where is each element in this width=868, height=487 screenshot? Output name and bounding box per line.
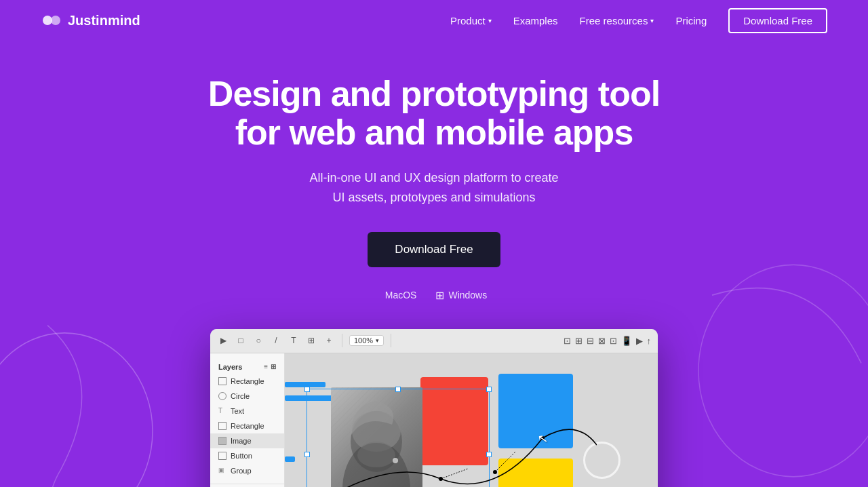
distribute-icon[interactable]: ⊞ <box>575 336 583 346</box>
rect-icon <box>218 377 226 385</box>
nav-examples[interactable]: Examples <box>513 15 558 26</box>
svg-point-12 <box>493 470 497 474</box>
rect-tool[interactable]: □ <box>235 334 247 347</box>
nav-product[interactable]: Product ▾ <box>450 15 492 26</box>
align-icon[interactable]: ⊡ <box>564 336 571 346</box>
layer-group[interactable]: ▣ Group <box>210 463 284 478</box>
layers-menu-icon[interactable]: ≡ <box>264 363 268 370</box>
hero-download-button[interactable]: Download Free <box>368 232 500 267</box>
platform-badges: MacOS ⊞ Windows <box>14 289 854 302</box>
svg-point-3 <box>51 16 60 25</box>
align4-icon[interactable]: ⊡ <box>610 336 617 346</box>
toolbar-right-icons: ⊡ ⊞ ⊟ ⊠ ⊡ 📱 ▶ ↑ <box>564 336 652 346</box>
chevron-down-icon-2: ▾ <box>650 17 654 24</box>
toolbar-separator-2 <box>391 334 391 347</box>
select-tool[interactable]: ▶ <box>217 334 229 347</box>
align3-icon[interactable]: ⊠ <box>598 336 606 346</box>
group-icon: ▣ <box>218 467 226 475</box>
hero-section: Design and prototyping tool for web and … <box>0 41 868 322</box>
circle-tool[interactable]: ○ <box>252 334 264 347</box>
svg-point-2 <box>43 16 52 25</box>
svg-point-10 <box>393 458 398 463</box>
preview-icon[interactable]: 📱 <box>621 336 632 346</box>
sidebar-divider <box>210 484 284 484</box>
navbar: Justinmind Product ▾ Examples Free resou… <box>0 0 868 41</box>
button-icon <box>218 452 226 460</box>
logo-icon <box>41 9 62 31</box>
layers-sidebar: Layers ≡ ⊞ Rectangle Circle T Text <box>210 353 285 487</box>
logo-link[interactable]: Justinmind <box>41 9 140 31</box>
hero-title: Design and prototyping tool for web and … <box>14 75 854 152</box>
image-icon <box>218 437 226 445</box>
blue-bar-1 <box>285 382 326 387</box>
app-preview: ▶ □ ○ / T ⊞ + 100% ▾ ⊡ ⊞ ⊟ ⊠ ⊡ 📱 ▶ ↑ <box>0 329 868 487</box>
brand-name: Justinmind <box>68 13 140 28</box>
text-icon: T <box>218 407 226 415</box>
layer-rectangle-2[interactable]: Rectangle <box>210 418 284 433</box>
layers-title: Layers ≡ ⊞ <box>210 360 284 374</box>
app-canvas[interactable]: ↖ <box>285 353 658 487</box>
canvas-yellow-block <box>498 459 573 487</box>
layer-rectangle[interactable]: Rectangle <box>210 374 284 389</box>
layer-circle[interactable]: Circle <box>210 389 284 404</box>
text-tool[interactable]: T <box>288 334 300 347</box>
layers-grid-icon[interactable]: ⊞ <box>271 363 276 370</box>
canvas-person-image <box>331 387 422 487</box>
nav-download-button[interactable]: Download Free <box>728 8 827 33</box>
image-tool[interactable]: ⊞ <box>305 334 317 347</box>
windows-icon: ⊞ <box>435 289 444 302</box>
hero-subtitle: All-in-one UI and UX design platform to … <box>14 168 854 208</box>
macos-badge: MacOS <box>381 290 417 300</box>
blue-bar-3 <box>285 456 295 462</box>
app-window: ▶ □ ○ / T ⊞ + 100% ▾ ⊡ ⊞ ⊟ ⊠ ⊡ 📱 ▶ ↑ <box>210 329 658 487</box>
layer-image[interactable]: Image <box>210 433 284 448</box>
nav-links: Product ▾ Examples Free resources ▾ Pric… <box>450 8 827 33</box>
layers-icons: ≡ ⊞ <box>264 363 276 370</box>
app-toolbar: ▶ □ ○ / T ⊞ + 100% ▾ ⊡ ⊞ ⊟ ⊠ ⊡ 📱 ▶ ↑ <box>210 329 658 353</box>
add-tool[interactable]: + <box>323 334 335 347</box>
line-tool[interactable]: / <box>270 334 282 347</box>
chevron-down-icon-zoom: ▾ <box>376 337 379 344</box>
layer-button[interactable]: Button <box>210 448 284 463</box>
canvas-circle <box>583 442 620 479</box>
rect-icon-2 <box>218 422 226 430</box>
chevron-down-icon: ▾ <box>488 17 492 24</box>
play-icon[interactable]: ▶ <box>636 336 643 346</box>
svg-point-9 <box>357 443 395 467</box>
app-body: Layers ≡ ⊞ Rectangle Circle T Text <box>210 353 658 487</box>
person-silhouette <box>331 387 422 487</box>
layer-text[interactable]: T Text <box>210 404 284 418</box>
svg-line-14 <box>441 469 468 479</box>
nav-pricing[interactable]: Pricing <box>675 15 707 26</box>
zoom-control[interactable]: 100% ▾ <box>349 335 384 346</box>
circle-icon <box>218 392 226 400</box>
windows-badge: ⊞ Windows <box>435 289 487 302</box>
nav-free-resources[interactable]: Free resources ▾ <box>580 15 654 26</box>
canvas-blue-block <box>498 374 573 448</box>
svg-point-11 <box>439 477 443 481</box>
handle-ml <box>304 452 310 457</box>
canvas-red-block <box>420 377 488 465</box>
handle-tl <box>304 387 310 392</box>
align2-icon[interactable]: ⊟ <box>587 336 594 346</box>
toolbar-separator <box>342 334 342 347</box>
export-icon[interactable]: ↑ <box>647 336 652 346</box>
